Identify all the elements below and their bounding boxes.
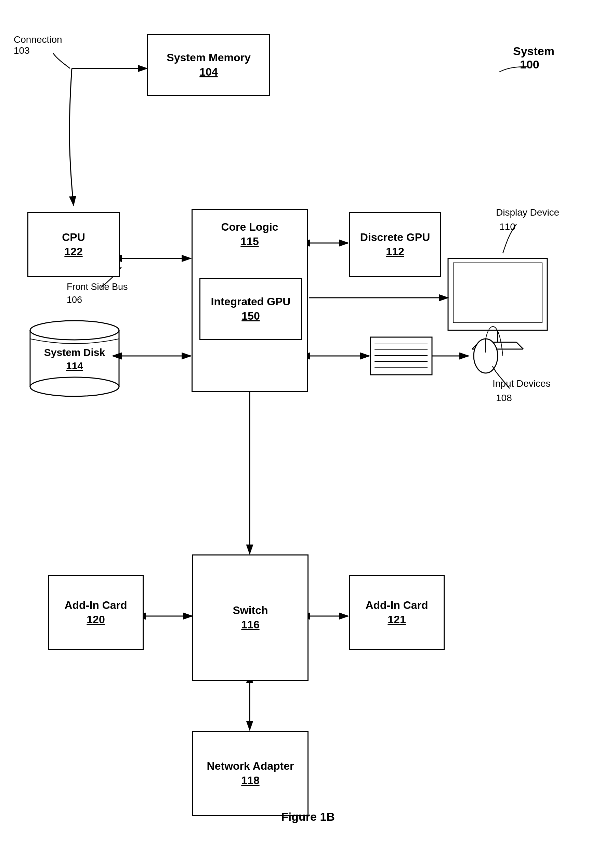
svg-point-27 (474, 339, 498, 373)
switch-number: 116 (241, 619, 259, 631)
svg-line-19 (516, 342, 523, 349)
system-memory-label: System Memory 104 (167, 51, 250, 79)
add-in-card-120-box: Add-In Card 120 (48, 575, 144, 650)
figure-caption: Figure 1B (0, 810, 616, 823)
switch-box: Switch 116 (192, 554, 308, 681)
cpu-box: CPU 122 (27, 212, 120, 277)
svg-rect-15 (453, 263, 542, 323)
core-logic-number: 115 (241, 235, 258, 247)
add-in-card-121-number: 121 (387, 613, 406, 626)
front-side-bus-label: Front Side Bus 106 (67, 281, 128, 307)
network-adapter-box: Network Adapter 118 (192, 731, 308, 816)
discrete-gpu-label: Discrete GPU 112 (360, 230, 430, 259)
add-in-card-121-box: Add-In Card 121 (349, 575, 444, 650)
cpu-label: CPU 122 (62, 230, 85, 259)
input-devices-label: Input Devices 108 (493, 376, 551, 405)
svg-rect-21 (370, 337, 432, 375)
discrete-gpu-box: Discrete GPU 112 (349, 212, 441, 277)
system-memory-number: 104 (199, 66, 217, 78)
display-device-label: Display Device 110 (496, 205, 559, 234)
cpu-number: 122 (64, 246, 82, 258)
network-adapter-number: 118 (241, 774, 259, 787)
svg-point-29 (30, 321, 119, 340)
svg-point-32 (30, 377, 119, 396)
connection-label: Connection 103 (14, 34, 62, 56)
network-adapter-label: Network Adapter 118 (207, 759, 294, 788)
integrated-gpu-label: Integrated GPU 150 (211, 295, 291, 323)
switch-label: Switch 116 (233, 603, 268, 632)
system-disk-label: System Disk 114 (40, 346, 109, 372)
system-disk-number: 114 (66, 360, 83, 371)
add-in-card-121-label: Add-In Card 121 (365, 598, 428, 627)
integrated-gpu-number: 150 (242, 310, 260, 322)
system-label: System 100 (513, 44, 554, 71)
add-in-card-120-label: Add-In Card 120 (64, 598, 127, 627)
core-logic-box: Core Logic 115 Integrated GPU 150 (192, 209, 308, 392)
add-in-card-120-number: 120 (87, 613, 105, 626)
system-memory-box: System Memory 104 (147, 34, 270, 96)
svg-rect-14 (448, 259, 547, 330)
core-logic-label: Core Logic 115 (192, 220, 307, 248)
diagram-svg (0, 0, 616, 844)
integrated-gpu-box: Integrated GPU 150 (199, 278, 302, 340)
discrete-gpu-number: 112 (386, 246, 404, 258)
svg-line-18 (472, 342, 479, 349)
diagram-container: Connection 103 System Memory 104 System … (0, 0, 616, 844)
